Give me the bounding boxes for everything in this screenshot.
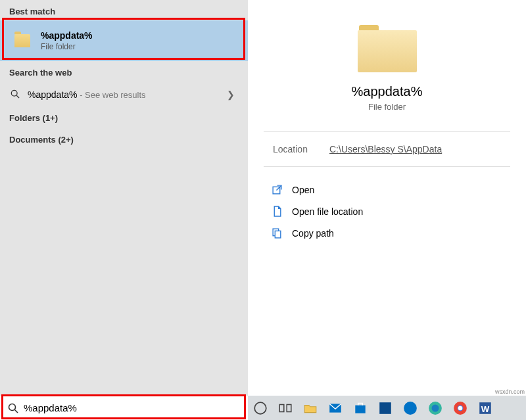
- preview-panel: %appdata% File folder Location C:\Users\…: [248, 0, 526, 396]
- search-web-heading: Search the web: [0, 61, 248, 82]
- svg-point-13: [404, 402, 417, 415]
- action-open-location[interactable]: Open file location: [264, 200, 510, 222]
- best-match-heading: Best match: [0, 0, 248, 20]
- filter-documents[interactable]: Documents (2+): [0, 129, 248, 151]
- copy-icon: [272, 227, 283, 239]
- chevron-right-icon: ❯: [227, 89, 239, 100]
- store-icon[interactable]: [353, 401, 368, 415]
- folder-icon-large: [358, 25, 417, 72]
- action-open[interactable]: Open: [264, 179, 510, 200]
- location-row: Location C:\Users\Blessy S\AppData: [264, 144, 510, 154]
- search-results-panel: Best match %appdata% File folder Search …: [0, 0, 248, 396]
- svg-text:W: W: [481, 404, 490, 413]
- location-label: Location: [273, 144, 329, 154]
- svg-point-0: [11, 90, 17, 96]
- dell-icon[interactable]: [403, 401, 418, 415]
- best-match-title: %appdata%: [41, 30, 239, 41]
- search-icon: [9, 89, 21, 101]
- svg-point-15: [432, 404, 439, 411]
- preview-title: %appdata%: [264, 84, 510, 99]
- search-icon: [8, 403, 18, 413]
- action-open-label: Open: [292, 185, 314, 195]
- open-icon: [272, 184, 283, 195]
- best-match-result[interactable]: %appdata% File folder: [0, 20, 248, 61]
- taskbar: W: [0, 396, 526, 420]
- filter-folders[interactable]: Folders (1+): [0, 108, 248, 129]
- divider-2: [264, 166, 510, 167]
- svg-rect-4: [275, 231, 281, 238]
- best-match-subtitle: File folder: [41, 42, 239, 51]
- svg-point-18: [458, 406, 463, 410]
- cortana-icon[interactable]: [253, 401, 268, 415]
- app-icon[interactable]: [378, 401, 393, 415]
- action-copy-path-label: Copy path: [292, 228, 334, 239]
- watermark: wsxdn.com: [495, 388, 525, 395]
- mail-icon[interactable]: [328, 401, 343, 415]
- preview-subtitle: File folder: [264, 102, 510, 112]
- file-location-icon: [272, 206, 283, 217]
- svg-point-7: [254, 402, 266, 414]
- web-search-result[interactable]: %appdata% - See web results ❯: [0, 82, 248, 108]
- action-open-location-label: Open file location: [292, 206, 363, 217]
- web-result-suffix: - See web results: [78, 90, 146, 100]
- folder-icon: [14, 34, 30, 47]
- svg-rect-8: [279, 404, 284, 411]
- chrome-icon[interactable]: [453, 401, 467, 415]
- search-input[interactable]: [18, 402, 248, 413]
- web-result-text: %appdata% - See web results: [28, 89, 227, 100]
- location-link[interactable]: C:\Users\Blessy S\AppData: [329, 144, 442, 154]
- task-view-icon[interactable]: [278, 401, 293, 415]
- svg-rect-9: [287, 404, 291, 411]
- best-match-text: %appdata% File folder: [41, 30, 239, 51]
- svg-line-6: [15, 409, 18, 413]
- divider: [264, 131, 510, 132]
- action-copy-path[interactable]: Copy path: [264, 222, 510, 244]
- svg-rect-11: [355, 405, 365, 413]
- svg-rect-12: [379, 402, 391, 414]
- edge-icon[interactable]: [428, 401, 442, 415]
- svg-line-1: [16, 95, 19, 98]
- svg-point-5: [9, 404, 16, 410]
- taskbar-search-box[interactable]: [0, 396, 248, 420]
- web-result-query: %appdata%: [28, 89, 78, 100]
- word-icon[interactable]: W: [478, 401, 492, 415]
- file-explorer-icon[interactable]: [303, 401, 318, 415]
- taskbar-icons: W: [248, 396, 526, 420]
